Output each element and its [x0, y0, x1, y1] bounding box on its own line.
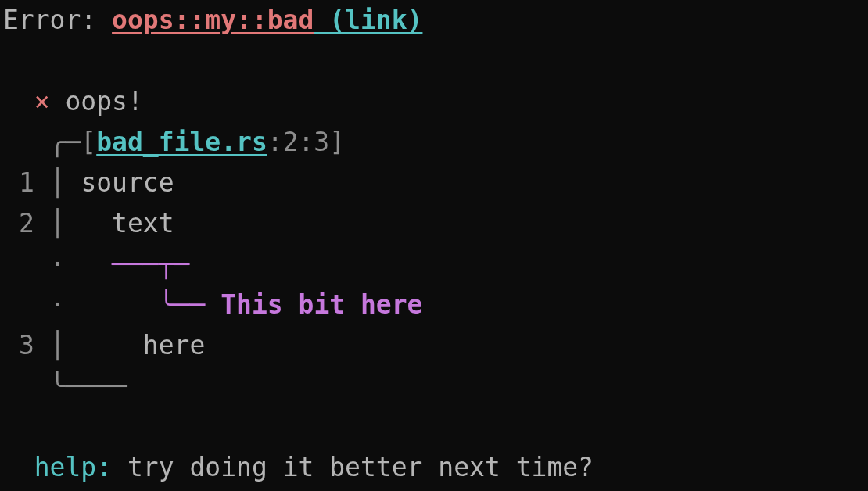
lineno-3: 3 [19, 330, 34, 360]
source-file[interactable]: bad_file.rs [96, 127, 267, 157]
span-underline: ───┬─ [112, 249, 189, 279]
lineno-1: 1 [19, 167, 34, 198]
span-arrow: ╰── [159, 289, 221, 320]
help-label: help: [34, 452, 112, 482]
src-line-1: source [81, 167, 174, 198]
error-message: oops! [66, 86, 143, 116]
diagnostic-output: Error: oops::my::bad (link) × oops! ╭─[b… [0, 0, 868, 488]
src-line-3: here [143, 330, 205, 360]
error-label: Error: [3, 5, 112, 35]
error-link[interactable]: (link) [314, 5, 422, 35]
src-line-2: text [112, 208, 174, 238]
cross-icon: × [34, 86, 50, 116]
source-loc: :2:3 [267, 127, 329, 157]
help-text: try doing it better next time? [112, 452, 594, 482]
span-note: This bit here [221, 289, 422, 320]
lineno-2: 2 [19, 208, 34, 238]
error-code[interactable]: oops::my::bad [112, 5, 314, 35]
